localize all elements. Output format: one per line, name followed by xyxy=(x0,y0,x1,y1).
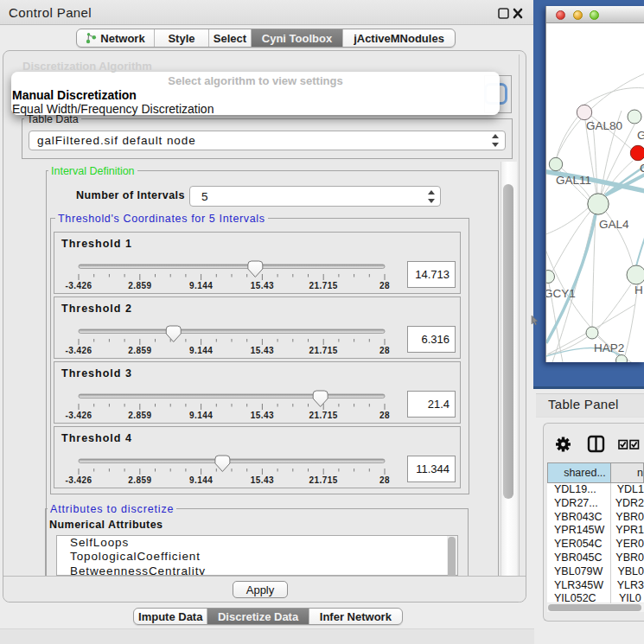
svg-text:GCY1: GCY1 xyxy=(546,287,576,300)
svg-text:G.: G. xyxy=(637,129,644,142)
svg-text:C: C xyxy=(640,162,644,175)
svg-text:GAL11: GAL11 xyxy=(556,174,591,187)
svg-text:H: H xyxy=(634,284,643,296)
svg-text:GAL4: GAL4 xyxy=(599,218,629,231)
svg-text:HAP2: HAP2 xyxy=(594,341,624,354)
svg-text:GAL80: GAL80 xyxy=(586,119,622,132)
